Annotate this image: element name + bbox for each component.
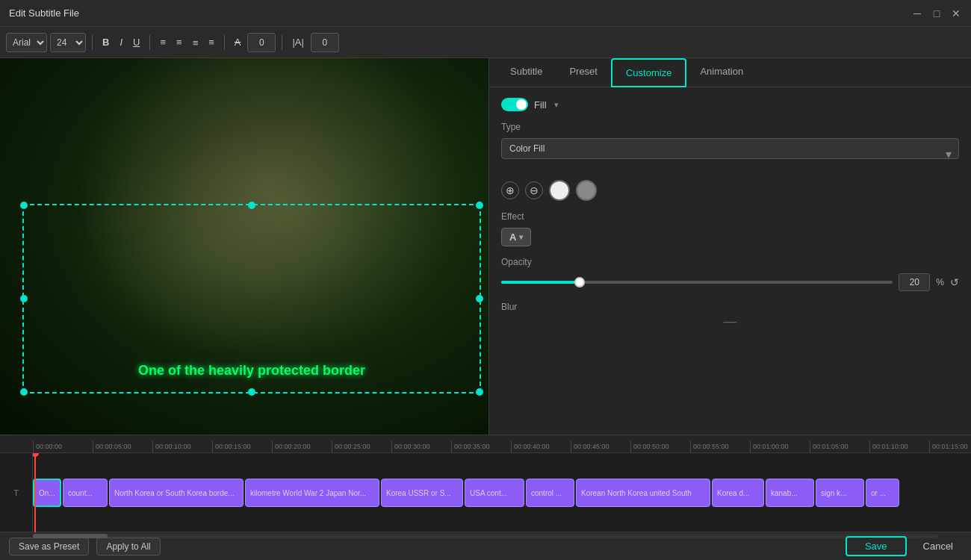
toolbar-divider-2 [149, 35, 150, 50]
ruler-mark: 00:00:05:00 [93, 441, 152, 452]
timeline-ruler: 00:00:0000:00:05:0000:00:10:0000:00:15:0… [0, 435, 971, 453]
tab-subtitle[interactable]: Subtitle [497, 58, 556, 87]
timeline-clip[interactable]: kanab... [766, 479, 814, 507]
color-swatch-2[interactable] [576, 180, 597, 201]
preview-video: One of the heavily protected border [0, 58, 488, 435]
save-button[interactable]: Save [846, 536, 907, 556]
subtitle-selection-box[interactable]: One of the heavily protected border [22, 204, 481, 393]
font-size-select[interactable]: 24 [50, 33, 86, 52]
timeline-clip[interactable]: USA cont... [465, 479, 524, 507]
timeline-clip[interactable]: sign k... [816, 479, 864, 507]
ruler-mark: 00:00:25:00 [332, 441, 391, 452]
cancel-button[interactable]: Cancel [914, 536, 962, 556]
apply-to-all-button[interactable]: Apply to All [96, 538, 160, 556]
opacity-input[interactable] [899, 273, 930, 291]
timeline-area: 00:00:0000:00:05:0000:00:10:0000:00:15:0… [0, 435, 971, 532]
ruler-mark: 00:01:15:00 [929, 441, 971, 452]
font-family-select[interactable]: Arial [6, 33, 47, 52]
opacity-row: Opacity % ↺ [501, 257, 959, 291]
ruler-mark: 00:01:00:00 [750, 441, 810, 452]
toolbar: Arial 24 B I U ≡ ≡ ≡ ≡ A |A| [0, 27, 971, 58]
color-swatch-1[interactable] [549, 180, 570, 201]
close-button[interactable]: ✕ [950, 7, 962, 19]
timeline-clip[interactable]: count... [63, 479, 108, 507]
title-bar-left: Edit Subtitle File [9, 7, 79, 19]
fill-toggle[interactable] [501, 98, 528, 111]
remove-color-button[interactable]: ⊖ [525, 181, 543, 199]
opacity-percent: % [936, 277, 944, 287]
timeline-clip[interactable]: kilometre World War 2 Japan Nor... [245, 479, 379, 507]
track-content: On...count...North Korea or South Korea … [33, 453, 971, 532]
ruler-mark: 00:00:35:00 [451, 441, 511, 452]
type-select-wrapper: Color Fill Gradient Fill [501, 138, 959, 169]
tab-customize[interactable]: Customize [611, 58, 686, 87]
align-right-button[interactable]: ≡ [189, 33, 202, 52]
effect-value: A [509, 231, 516, 243]
opacity-slider-thumb[interactable] [574, 277, 585, 287]
ruler-mark: 00:00:40:00 [511, 441, 571, 452]
effect-dropdown-icon: ▾ [519, 233, 523, 241]
save-as-preset-button[interactable]: Save as Preset [9, 538, 89, 556]
add-color-button[interactable]: ⊕ [501, 181, 519, 199]
timeline-clip[interactable]: Korea USSR or S... [381, 479, 463, 507]
opacity-reset-button[interactable]: ↺ [950, 276, 959, 288]
handle-bm[interactable] [248, 388, 255, 396]
map-background: One of the heavily protected border [0, 58, 488, 435]
align-left-button[interactable]: ≡ [173, 33, 186, 52]
align-center-button[interactable]: ≡ [156, 33, 170, 52]
title-bar-controls: ─ □ ✕ [911, 7, 962, 19]
handle-tm[interactable] [248, 202, 255, 209]
ruler-mark: 00:00:10:00 [152, 441, 212, 452]
opacity-slider-track[interactable] [501, 281, 893, 284]
handle-tl[interactable] [20, 202, 28, 209]
type-label: Type [501, 122, 959, 132]
ruler-mark: 00:00:20:00 [272, 441, 332, 452]
spacing-input[interactable] [311, 33, 339, 52]
track-clips: On...count...North Korea or South Korea … [33, 453, 971, 532]
fill-toggle-knob [516, 99, 527, 110]
blur-label: Blur [501, 302, 959, 312]
scrollbar-track[interactable] [33, 534, 938, 538]
timeline-clip[interactable]: On... [33, 479, 61, 507]
timeline-clip[interactable]: Korean North Korea united South [576, 479, 710, 507]
handle-mr[interactable] [476, 295, 483, 302]
align-justify-button[interactable]: ≡ [205, 33, 218, 52]
italic-button[interactable]: I [116, 33, 126, 52]
subtitle-text: One of the heavily protected border [24, 363, 480, 379]
strikethrough-button[interactable]: A [231, 33, 245, 52]
timeline-clip[interactable]: North Korea or South Korea borde... [109, 479, 243, 507]
fill-dropdown-arrow[interactable]: ▾ [554, 100, 559, 110]
handle-bl[interactable] [20, 388, 28, 396]
tracking-input[interactable] [247, 33, 276, 52]
tab-preset[interactable]: Preset [556, 58, 611, 87]
tab-animation[interactable]: Animation [686, 58, 757, 87]
fill-section-header: Fill ▾ [501, 98, 959, 111]
timeline-clip[interactable]: Korea d... [712, 479, 764, 507]
opacity-controls: % ↺ [501, 273, 959, 291]
blur-section: Blur — [501, 302, 959, 324]
spacing-button[interactable]: |A| [288, 33, 307, 52]
type-select[interactable]: Color Fill Gradient Fill [501, 138, 959, 159]
minimize-button[interactable]: ─ [911, 7, 923, 19]
maximize-button[interactable]: □ [931, 7, 943, 19]
title-bar: Edit Subtitle File ─ □ ✕ [0, 0, 971, 27]
title-bar-title: Edit Subtitle File [9, 7, 79, 19]
bottom-right: Save Cancel [846, 536, 962, 556]
timeline-clip[interactable]: or ... [866, 479, 899, 507]
ruler-mark: 00:00:00 [33, 441, 93, 452]
timeline-clip[interactable]: control ... [526, 479, 574, 507]
ruler-mark: 00:00:55:00 [690, 441, 750, 452]
effect-badge[interactable]: A ▾ [501, 228, 531, 246]
handle-ml[interactable] [20, 295, 28, 302]
ruler-mark: 00:00:30:00 [391, 441, 451, 452]
effect-label: Effect [501, 211, 959, 222]
handle-tr[interactable] [476, 202, 483, 209]
handle-br[interactable] [476, 388, 483, 396]
right-panel: Subtitle Preset Customize Animation Fill… [489, 58, 971, 435]
main-area: One of the heavily protected border ⏮ ⏪ … [0, 58, 971, 435]
panel-content: Fill ▾ Type Color Fill Gradient Fill ⊕ ⊖… [489, 87, 971, 435]
ruler-mark: 00:00:45:00 [571, 441, 630, 452]
color-row: ⊕ ⊖ [501, 180, 959, 201]
bold-button[interactable]: B [99, 33, 113, 52]
underline-button[interactable]: U [129, 33, 143, 52]
